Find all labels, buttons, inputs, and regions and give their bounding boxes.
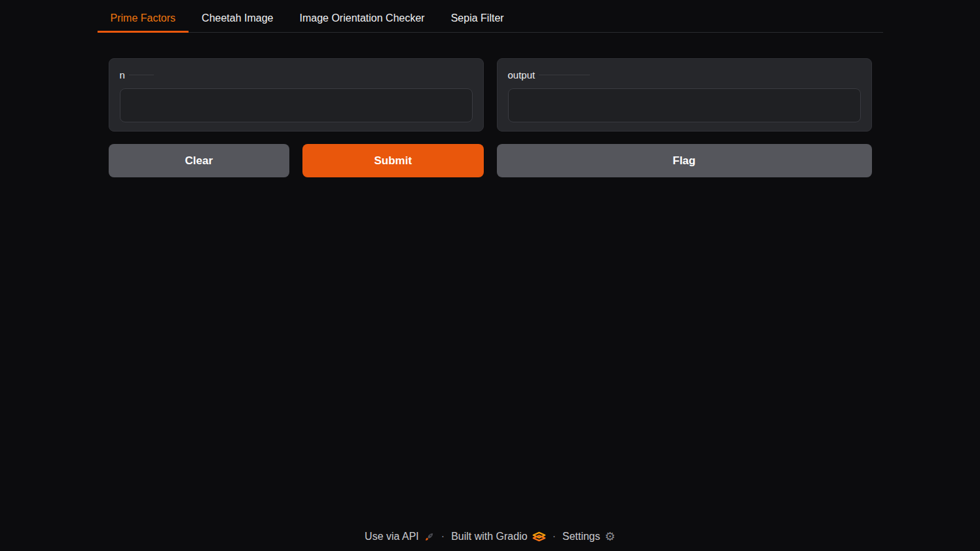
tab-cheetah-image[interactable]: Cheetah Image	[189, 3, 286, 33]
tab-bar: Prime Factors Cheetah Image Image Orient…	[98, 3, 883, 33]
input-label-row: n	[120, 69, 473, 80]
clear-button[interactable]: Clear	[109, 144, 290, 177]
output-label-row: output	[508, 69, 861, 80]
n-textbox[interactable]	[120, 88, 473, 122]
settings-label: Settings	[562, 531, 600, 542]
tab-sepia-filter[interactable]: Sepia Filter	[438, 3, 517, 33]
input-button-row: Clear Submit	[109, 144, 484, 177]
submit-button[interactable]: Submit	[302, 144, 484, 177]
flag-button[interactable]: Flag	[497, 144, 872, 177]
output-label: output	[508, 69, 535, 80]
tab-image-orientation-checker[interactable]: Image Orientation Checker	[286, 3, 437, 33]
label-underline-artifact	[129, 75, 154, 75]
footer: Use via API · Built with Gradio · Settin…	[0, 531, 980, 551]
output-textbox[interactable]	[508, 88, 861, 122]
tab-prime-factors[interactable]: Prime Factors	[98, 3, 189, 33]
footer-separator: ·	[553, 531, 556, 542]
built-with-gradio-label: Built with Gradio	[451, 531, 528, 542]
gear-icon: ⚙	[605, 531, 615, 542]
built-with-gradio-link[interactable]: Built with Gradio	[451, 531, 546, 542]
app-container: Prime Factors Cheetah Image Image Orient…	[98, 0, 883, 177]
output-panel: output	[497, 58, 872, 132]
input-panel: n	[109, 58, 484, 132]
interface-body: n output Clear Submit Flag	[98, 58, 883, 177]
rocket-icon	[424, 531, 435, 542]
settings-button[interactable]: Settings ⚙	[562, 531, 615, 542]
output-button-row: Flag	[497, 144, 872, 177]
label-underline-artifact	[539, 75, 590, 75]
gradio-logo-icon	[532, 531, 546, 542]
footer-separator: ·	[441, 531, 445, 542]
use-via-api-link[interactable]: Use via API	[365, 531, 435, 542]
use-via-api-label: Use via API	[365, 531, 419, 542]
input-label: n	[120, 69, 125, 80]
